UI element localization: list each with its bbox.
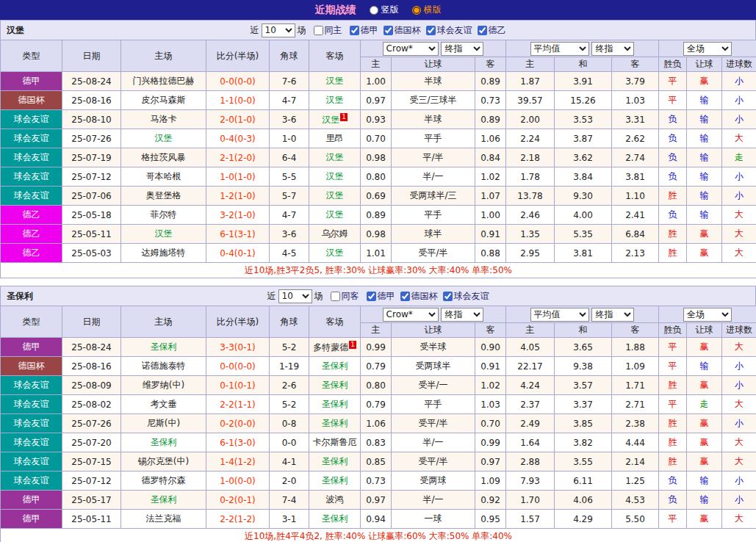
- vertical-radio[interactable]: [370, 6, 378, 15]
- away-team[interactable]: 汉堡: [309, 206, 361, 225]
- handicap-odds-home: 0.73: [361, 471, 392, 491]
- away-team[interactable]: 圣保利: [309, 452, 361, 471]
- away-team[interactable]: 汉堡: [309, 148, 361, 167]
- odds-final-select[interactable]: 终指: [441, 42, 483, 56]
- avg-final-select[interactable]: 终指: [591, 42, 634, 56]
- away-team[interactable]: 汉堡: [309, 167, 361, 187]
- league-filter[interactable]: 球会友谊: [438, 290, 489, 303]
- match-score[interactable]: 6-1(3-1): [206, 225, 270, 244]
- league-filter[interactable]: 德乙: [472, 24, 506, 37]
- horizontal-radio[interactable]: [412, 6, 421, 15]
- home-team[interactable]: 尼斯(中): [121, 414, 206, 433]
- match-score[interactable]: 0-0(0-0): [206, 357, 270, 376]
- avg-odds-home: 2.18: [506, 148, 555, 167]
- match-score[interactable]: 2-0(1-0): [206, 110, 270, 129]
- away-team[interactable]: 乌尔姆: [309, 225, 361, 244]
- away-team[interactable]: 汉堡1: [309, 110, 361, 129]
- match-count-select[interactable]: 10: [262, 24, 295, 37]
- home-team[interactable]: 法兰克福: [121, 510, 206, 529]
- avg-odds-draw: 9.30: [555, 187, 612, 206]
- home-team[interactable]: 考文垂: [121, 395, 206, 414]
- home-team[interactable]: 奥登堡格: [121, 187, 206, 206]
- league-filter[interactable]: 球会友谊: [421, 24, 472, 37]
- home-team[interactable]: 维罗纳(中): [121, 376, 206, 395]
- avg-final-select[interactable]: 终指: [591, 308, 634, 322]
- match-score[interactable]: 3-2(1-0): [206, 206, 270, 225]
- league-filter[interactable]: 德国杯: [395, 290, 438, 303]
- layout-option-horizontal[interactable]: 横版: [412, 4, 442, 16]
- match-count-select[interactable]: 10: [278, 289, 312, 303]
- away-team[interactable]: 圣保利: [309, 471, 361, 491]
- away-team[interactable]: 圣保利: [309, 414, 361, 433]
- match-score[interactable]: 0-4(0-3): [206, 129, 270, 148]
- match-score[interactable]: 0-4(0-1): [206, 244, 270, 263]
- fulltime-select[interactable]: 全场: [683, 42, 732, 56]
- away-team[interactable]: 多特蒙德1: [309, 338, 361, 357]
- match-score[interactable]: 0-2(0-0): [206, 414, 270, 433]
- home-team[interactable]: 菲尔特: [121, 206, 206, 225]
- avg-odds-away: 1.25: [612, 471, 659, 491]
- same-venue-filter[interactable]: 同客: [325, 290, 359, 303]
- home-team[interactable]: 哥本哈根: [121, 167, 206, 187]
- odds-source-select[interactable]: Crow*: [383, 42, 439, 56]
- home-team[interactable]: 圣保利: [121, 433, 206, 452]
- league-checkbox[interactable]: [426, 26, 436, 35]
- home-team[interactable]: 圣保利: [121, 491, 206, 510]
- away-team[interactable]: 汉堡: [309, 244, 361, 263]
- home-team[interactable]: 达姆施塔特: [121, 244, 206, 263]
- home-team[interactable]: 皮尔马森斯: [121, 91, 206, 110]
- home-team[interactable]: 汉堡: [121, 129, 206, 148]
- away-team[interactable]: 卡尔斯鲁厄: [309, 433, 361, 452]
- league-checkbox[interactable]: [443, 292, 453, 301]
- match-score[interactable]: 1-4(1-2): [206, 452, 270, 471]
- layout-option-vertical[interactable]: 竖版: [370, 4, 399, 16]
- odds-source-select[interactable]: Crow*: [383, 308, 439, 322]
- fulltime-select[interactable]: 全场: [683, 308, 732, 322]
- league-label: 德乙: [489, 24, 506, 37]
- match-score[interactable]: 2-2(1-2): [206, 510, 270, 529]
- league-filter[interactable]: 德国杯: [378, 24, 421, 37]
- match-score[interactable]: 1-0(0-0): [206, 471, 270, 491]
- league-checkbox[interactable]: [367, 292, 376, 301]
- odds-final-select[interactable]: 终指: [441, 308, 483, 322]
- league-checkbox[interactable]: [384, 26, 393, 35]
- match-score[interactable]: 3-3(0-1): [206, 338, 270, 357]
- avg-source-select[interactable]: 平均值: [530, 308, 589, 322]
- league-checkbox[interactable]: [400, 292, 410, 301]
- league-checkbox[interactable]: [350, 26, 359, 35]
- match-score[interactable]: 1-0(1-0): [206, 167, 270, 187]
- home-team[interactable]: 圣保利: [121, 338, 206, 357]
- avg-source-select[interactable]: 平均值: [530, 42, 589, 56]
- home-team[interactable]: 马洛卡: [121, 110, 206, 129]
- away-team[interactable]: 汉堡: [309, 72, 361, 91]
- away-team[interactable]: 圣保利: [309, 357, 361, 376]
- same-home-checkbox[interactable]: [314, 26, 323, 35]
- league-checkbox[interactable]: [478, 26, 487, 35]
- league-filter[interactable]: 德甲: [345, 24, 378, 37]
- away-team[interactable]: 汉堡: [309, 91, 361, 110]
- handicap-odds-home: 0.98: [361, 148, 392, 167]
- away-team[interactable]: 圣保利: [309, 395, 361, 414]
- match-score[interactable]: 1-2(1-0): [206, 187, 270, 206]
- same-away-checkbox[interactable]: [331, 292, 340, 301]
- away-team[interactable]: 圣保利: [309, 376, 361, 395]
- away-team[interactable]: 圣保利: [309, 510, 361, 529]
- home-team[interactable]: 格拉茨风暴: [121, 148, 206, 167]
- match-score[interactable]: 2-1(2-0): [206, 148, 270, 167]
- match-score[interactable]: 1-1(0-0): [206, 91, 270, 110]
- match-score[interactable]: 0-1(0-1): [206, 376, 270, 395]
- home-team[interactable]: 汉堡: [121, 225, 206, 244]
- league-filter[interactable]: 德甲: [361, 290, 395, 303]
- match-score[interactable]: 0-2(0-1): [206, 491, 270, 510]
- away-team[interactable]: 波鸿: [309, 491, 361, 510]
- same-venue-filter[interactable]: 同主: [309, 24, 342, 37]
- match-score[interactable]: 2-2(1-1): [206, 395, 270, 414]
- home-team[interactable]: 门兴格拉德巴赫: [121, 72, 206, 91]
- home-team[interactable]: 锡尔克堡(中): [121, 452, 206, 471]
- home-team[interactable]: 德罗特尔森: [121, 471, 206, 491]
- match-score[interactable]: 0-0(0-0): [206, 72, 270, 91]
- away-team[interactable]: 里昂: [309, 129, 361, 148]
- match-score[interactable]: 6-1(3-0): [206, 433, 270, 452]
- home-team[interactable]: 诺德施泰特: [121, 357, 206, 376]
- away-team[interactable]: 汉堡: [309, 187, 361, 206]
